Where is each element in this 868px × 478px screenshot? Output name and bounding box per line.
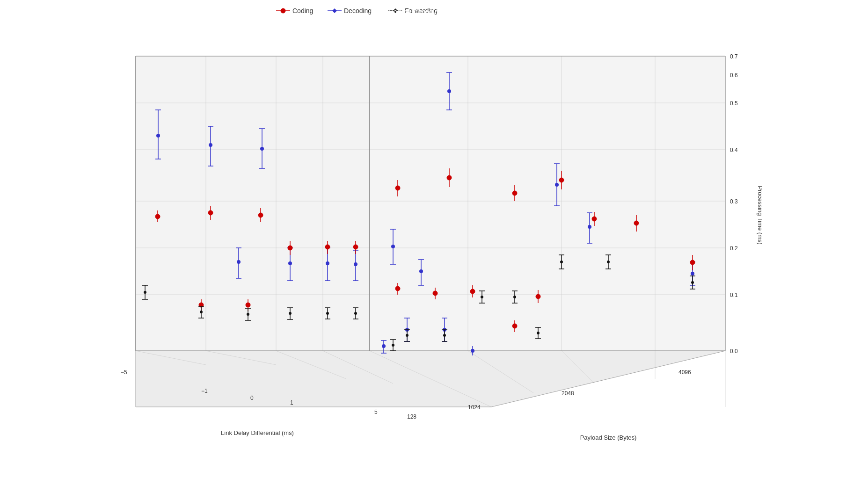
svg-point-120 xyxy=(155,214,160,219)
svg-point-122 xyxy=(208,210,213,215)
x-tick-neg1: −1 xyxy=(201,388,208,394)
y-axis-label: Payload Size (Bytes) xyxy=(580,434,637,441)
svg-point-64 xyxy=(260,147,264,151)
svg-point-142 xyxy=(634,221,639,225)
svg-point-128 xyxy=(325,245,330,249)
svg-marker-7 xyxy=(136,56,370,351)
svg-point-130 xyxy=(353,245,358,249)
svg-point-202 xyxy=(560,261,563,263)
svg-point-186 xyxy=(406,334,408,337)
x-tick-5: 5 xyxy=(374,409,378,415)
x-tick-0: 0 xyxy=(250,395,254,401)
svg-point-76 xyxy=(391,245,395,248)
z-tick-2: 0.2 xyxy=(730,245,738,252)
svg-point-140 xyxy=(592,217,597,221)
svg-point-156 xyxy=(690,260,695,265)
svg-marker-8 xyxy=(370,56,725,351)
z-tick-7: 0.7 xyxy=(730,53,738,60)
svg-point-2 xyxy=(281,8,285,13)
legend-coding-label: Coding xyxy=(292,7,313,14)
svg-point-132 xyxy=(395,186,400,190)
svg-point-152 xyxy=(246,303,250,307)
svg-point-206 xyxy=(607,261,610,263)
z-tick-6: 0.6 xyxy=(730,72,738,79)
svg-point-174 xyxy=(289,312,292,315)
svg-point-68 xyxy=(447,89,451,93)
z-tick-0: 0.0 xyxy=(730,348,738,355)
svg-point-144 xyxy=(395,286,400,291)
svg-point-112 xyxy=(691,272,694,275)
svg-point-118 xyxy=(471,349,474,353)
z-tick-3: 0.3 xyxy=(730,198,738,205)
svg-point-72 xyxy=(555,183,559,187)
svg-point-194 xyxy=(481,296,483,298)
svg-point-92 xyxy=(354,262,357,266)
svg-point-116 xyxy=(382,344,386,348)
svg-point-214 xyxy=(392,344,394,347)
svg-point-218 xyxy=(537,332,540,334)
svg-point-148 xyxy=(470,289,475,294)
svg-point-210 xyxy=(691,281,694,284)
x-tick-neg5: −5 xyxy=(121,369,127,376)
z-tick-4: 0.4 xyxy=(730,147,738,153)
svg-point-154 xyxy=(536,294,540,299)
svg-point-80 xyxy=(237,260,241,264)
svg-point-190 xyxy=(443,334,446,337)
svg-point-136 xyxy=(512,191,517,196)
svg-point-182 xyxy=(354,312,357,315)
svg-point-124 xyxy=(258,213,263,217)
z-axis-label: Processing Time (ms) xyxy=(757,186,764,245)
main-chart: Coding Decoding Forwarding xyxy=(0,0,868,478)
svg-point-88 xyxy=(326,261,329,265)
svg-point-138 xyxy=(559,178,564,182)
chart-container: Coding Decoding Forwarding xyxy=(0,0,868,478)
svg-point-170 xyxy=(247,313,249,316)
z-tick-1: 0.1 xyxy=(730,292,738,298)
y-tick-1024: 1024 xyxy=(468,404,481,411)
svg-point-60 xyxy=(209,143,212,147)
svg-point-162 xyxy=(144,291,146,294)
x-tick-1: 1 xyxy=(290,399,293,406)
y-tick-128: 128 xyxy=(407,413,416,420)
svg-point-84 xyxy=(288,261,292,265)
svg-point-126 xyxy=(288,246,292,250)
legend-decoding-label: Decoding xyxy=(344,7,372,14)
svg-point-108 xyxy=(588,225,591,229)
z-tick-5: 0.5 xyxy=(730,100,738,107)
svg-point-96 xyxy=(419,269,423,273)
svg-point-146 xyxy=(433,291,438,296)
svg-point-198 xyxy=(513,296,516,298)
x-axis-label: Link Delay Differential (ms) xyxy=(221,429,294,436)
svg-point-166 xyxy=(200,311,203,313)
y-tick-2048: 2048 xyxy=(562,390,574,397)
svg-point-134 xyxy=(447,175,452,180)
chart-title: Coding Decoding Forwarding xyxy=(388,7,479,15)
svg-point-178 xyxy=(326,312,329,315)
y-tick-4096: 4096 xyxy=(678,369,691,376)
svg-point-56 xyxy=(156,134,160,138)
svg-point-158 xyxy=(512,324,517,328)
